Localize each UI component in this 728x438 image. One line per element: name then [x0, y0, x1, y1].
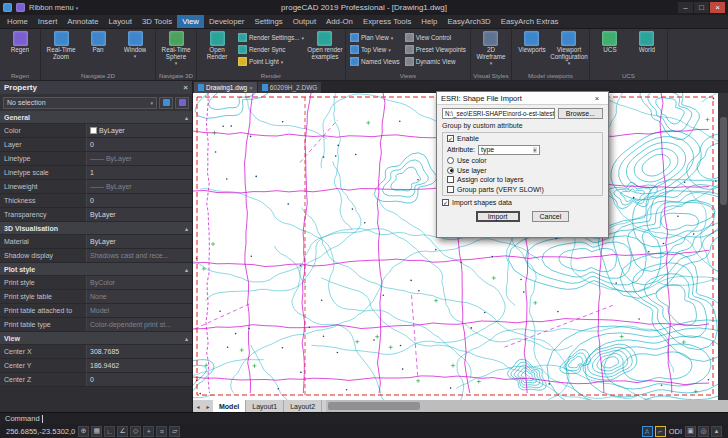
layout-tab-model[interactable]: Model [213, 400, 246, 412]
ribbon-tab-3d-tools[interactable]: 3D Tools [137, 15, 177, 28]
ribbon-button-open-render[interactable]: Open Render [199, 30, 235, 61]
property-section-plot-style[interactable]: Plot style▴ [0, 263, 192, 276]
ribbon-button-point-light[interactable]: Point Light▾ [236, 56, 306, 67]
property-value-layer[interactable]: 0 [86, 138, 192, 151]
ribbon-tab-layout[interactable]: Layout [104, 15, 137, 28]
ribbon-button-view-control[interactable]: View Control [403, 32, 468, 43]
ribbon-button-real-time-sphere[interactable]: Real-Time Sphere▾ [158, 30, 194, 66]
option-group-parts-very-slow[interactable]: Group parts (VERY SLOW!) [447, 186, 598, 193]
ribbon-tab-settings[interactable]: Settings [249, 15, 287, 28]
ribbon-button-open-render-examples[interactable]: Open render examples [307, 30, 343, 61]
property-value-linetype[interactable]: —— ByLayer [86, 152, 192, 165]
property-value-print-table-attached-to[interactable]: Model [86, 304, 192, 317]
enable-checkbox[interactable]: ✓ [447, 135, 454, 142]
checkbox-icon[interactable] [447, 186, 454, 193]
layout-tab-layout1[interactable]: Layout1 [246, 400, 284, 412]
horizontal-scrollbar[interactable] [326, 400, 728, 412]
isolate-objects-icon[interactable]: ◎ [698, 426, 709, 437]
ribbon-button-world[interactable]: World [629, 30, 665, 54]
quick-select-button[interactable] [159, 97, 173, 109]
ribbon-tab-add-on[interactable]: Add-On [321, 15, 358, 28]
ribbon-button-real-time-zoom[interactable]: Real-Time Zoom [43, 30, 79, 61]
next-tab-icon[interactable]: ▸ [203, 403, 213, 410]
polar-icon[interactable]: ∠ [117, 426, 128, 437]
close-tab-icon[interactable]: × [249, 85, 253, 91]
ribbon-button-viewports[interactable]: Viewports [514, 30, 550, 54]
dialog-title-bar[interactable]: ESRI: Shape File Import × [437, 92, 608, 105]
ribbon-button-dynamic-view[interactable]: Dynamic View [403, 56, 468, 67]
ribbon-tab-annotate[interactable]: Annotate [62, 15, 103, 28]
ribbon-tab-easyarch3d[interactable]: EasyArch3D [442, 15, 495, 28]
property-value-lineweight[interactable]: —— ByLayer [86, 180, 192, 193]
app-icon[interactable] [3, 3, 12, 12]
ribbon-button-2d-wireframe[interactable]: 2D Wireframe▾ [473, 30, 509, 66]
grid-icon[interactable]: ▦ [91, 426, 102, 437]
ribbon-tab-easyarch-extras[interactable]: EasyArch Extras [496, 15, 564, 28]
ribbon-button-ucs[interactable]: UCS [592, 30, 628, 54]
radio-icon[interactable] [447, 157, 454, 164]
select-objects-button[interactable] [175, 97, 189, 109]
ucs-status-icon[interactable]: ⌐ [655, 426, 666, 437]
property-value-color[interactable]: ByLayer [86, 124, 192, 137]
selection-dropdown[interactable]: No selection ▾ [3, 97, 157, 109]
quick-input-icon[interactable]: ▱ [169, 426, 180, 437]
ribbon-button-plan-view[interactable]: Plan View▾ [348, 32, 402, 43]
ribbon-button-window[interactable]: Window▾ [117, 30, 153, 59]
vertical-scrollbar-thumb[interactable] [720, 117, 727, 205]
ribbon-button-render-settings[interactable]: Render Settings...▾ [236, 32, 306, 43]
property-value-thickness[interactable]: 0 [86, 194, 192, 207]
ribbon-tab-view[interactable]: View [177, 15, 204, 28]
horizontal-scrollbar-thumb[interactable] [328, 402, 420, 410]
ribbon-button-top-view[interactable]: Top View▾ [348, 44, 402, 55]
property-value-center-y[interactable]: 186.9462 [86, 359, 192, 372]
ribbon-button-preset-viewpoints[interactable]: Preset Viewpoints [403, 44, 468, 55]
property-value-linetype-scale[interactable]: 1 [86, 166, 192, 179]
option-use-layer[interactable]: Use layer [447, 167, 598, 174]
annotation-scale-icon[interactable]: A [642, 426, 653, 437]
attribute-dropdown[interactable]: type ▾ [478, 145, 540, 155]
prev-tab-icon[interactable]: ◂ [193, 403, 203, 410]
ribbon-button-viewport-configuration[interactable]: Viewport Configuration▾ [551, 30, 587, 66]
import-shapes-checkbox[interactable]: ✓ [442, 199, 449, 206]
option-use-color[interactable]: Use color [447, 157, 598, 164]
layout-tab-layout2[interactable]: Layout2 [284, 400, 322, 412]
property-value-print-table-type[interactable]: Color-dependent print st... [86, 318, 192, 331]
ribbon-tab-output[interactable]: Output [288, 15, 321, 28]
ortho-icon[interactable]: ∟ [104, 426, 115, 437]
option-assign-color-to-layers[interactable]: Assign color to layers [447, 176, 598, 183]
maximize-button[interactable]: □ [694, 2, 709, 13]
property-section-view[interactable]: View▴ [0, 332, 192, 345]
ribbon-menu-button[interactable]: Ribbon menu ▾ [29, 3, 78, 12]
chevron-up-icon[interactable]: ▴ [711, 426, 722, 437]
property-value-center-z[interactable]: 0 [86, 373, 192, 386]
property-value-center-x[interactable]: 308.7685 [86, 345, 192, 358]
ribbon-tab-insert[interactable]: Insert [33, 15, 63, 28]
import-button[interactable]: Import [476, 211, 520, 222]
ribbon-tab-developer[interactable]: Developer [204, 15, 250, 28]
radio-icon[interactable] [447, 167, 454, 174]
property-value-print-style-table[interactable]: None [86, 290, 192, 303]
browse-button[interactable]: Browse... [558, 108, 603, 119]
property-section-3d-visualisation[interactable]: 3D Visualisation▴ [0, 222, 192, 235]
esnap-icon[interactable]: ◇ [130, 426, 141, 437]
lineweight-icon[interactable]: ≡ [156, 426, 167, 437]
close-button[interactable]: × [710, 2, 725, 13]
graphics-performance-icon[interactable]: ▣ [685, 426, 696, 437]
property-value-material[interactable]: ByLayer [86, 235, 192, 248]
command-line[interactable]: Command [0, 412, 728, 424]
property-value-print-style[interactable]: ByColor [86, 276, 192, 289]
ribbon-button-regen[interactable]: Regen [2, 30, 38, 54]
property-value-shadow-display[interactable]: Shadows cast and rece... [86, 249, 192, 262]
enable-option[interactable]: ✓ Enable [447, 135, 598, 142]
checkbox-icon[interactable] [447, 176, 454, 183]
ribbon-tab-help[interactable]: Help [416, 15, 442, 28]
snap-icon[interactable]: ⊕ [78, 426, 89, 437]
close-panel-icon[interactable]: × [183, 83, 188, 92]
ribbon-button-pan[interactable]: Pan [80, 30, 116, 54]
ribbon-button-named-views[interactable]: Named Views [348, 56, 402, 67]
shapefile-path-input[interactable]: N:\_seo\ESRI-SHAPE\nord-o-est-latest.shp… [442, 108, 555, 119]
ribbon-tab-home[interactable]: Home [2, 15, 33, 28]
property-value-transparency[interactable]: ByLayer [86, 208, 192, 221]
cancel-button[interactable]: Cancel [532, 211, 570, 222]
etrack-icon[interactable]: + [143, 426, 154, 437]
